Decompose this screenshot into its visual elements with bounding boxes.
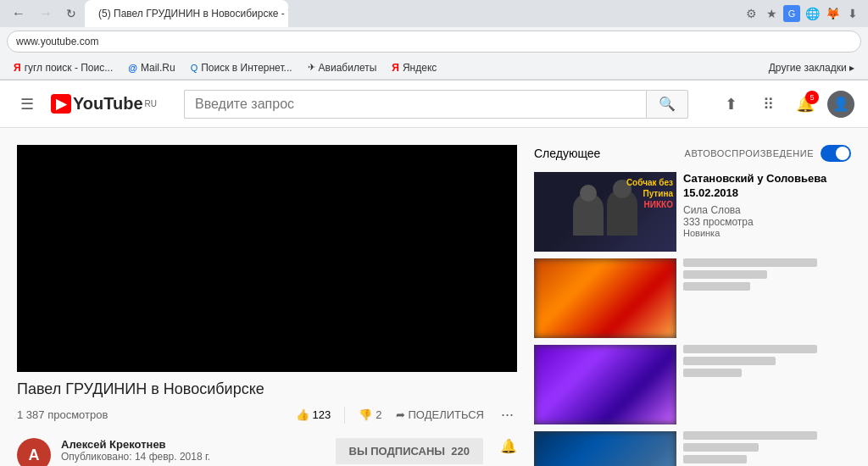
- video-section: Павел ГРУДИНИН в Новосибирске 1 387 прос…: [17, 145, 517, 466]
- published-date: Опубликовано: 14 февр. 2018 г.: [61, 451, 326, 463]
- mailru-favicon: @: [128, 63, 137, 73]
- avatar-icon: 👤: [832, 96, 849, 112]
- youtube-logo[interactable]: ▶ YouTube RU: [51, 94, 157, 114]
- back-button[interactable]: ←: [7, 3, 31, 25]
- other-bookmarks[interactable]: Другие закладки ▸: [762, 59, 861, 76]
- video-meta: 1 387 просмотров 👍 123 👎 2 ➦ ПОДЕЛИТЬСЯ …: [17, 405, 517, 424]
- video-title: Павел ГРУДИНИН в Новосибирске: [17, 380, 517, 398]
- bookmark-label: Mail.Ru: [141, 62, 175, 74]
- notifications-button[interactable]: 🔔 5: [790, 89, 821, 119]
- search-bar: 🔍: [184, 90, 688, 119]
- sidebar-channel: Сила Слова: [683, 204, 851, 216]
- sidebar-thumbnail: [534, 345, 676, 424]
- youtube-logo-icon: ▶: [51, 94, 71, 114]
- bookmark-yandex[interactable]: Я Яндекс: [385, 59, 443, 76]
- sidebar-thumbnail: [534, 258, 676, 338]
- list-item[interactable]: [534, 431, 851, 466]
- notification-badge: 5: [805, 91, 819, 104]
- subscribe-bell-icon[interactable]: 🔔: [500, 438, 517, 454]
- autoplay-toggle[interactable]: [821, 145, 851, 162]
- sidebar-thumbnail: Собчак без Путина НИККО: [534, 172, 676, 252]
- youtube-logo-ru: RU: [145, 99, 157, 108]
- subscribe-button[interactable]: ВЫ ПОДПИСАНЫ 220: [336, 438, 483, 464]
- video-player[interactable]: [17, 145, 517, 372]
- channel-avatar-letter: А: [29, 447, 40, 464]
- bookmark-yandex-search[interactable]: Я гугл поиск - Поис...: [7, 59, 120, 76]
- channel-avatar[interactable]: А: [17, 438, 51, 466]
- dislike-button[interactable]: 👎 2: [359, 405, 381, 424]
- thumbs-up-icon: 👍: [296, 408, 309, 421]
- browser-bookmark-icon[interactable]: ★: [763, 5, 780, 22]
- more-options-button[interactable]: ···: [498, 406, 517, 424]
- share-button[interactable]: ➦ ПОДЕЛИТЬСЯ: [396, 405, 484, 424]
- yandex2-favicon: Я: [392, 62, 399, 74]
- autoplay-label: АВТОВОСПРОИЗВЕДЕНИЕ: [685, 148, 814, 158]
- bookmark-aviabilety[interactable]: ✈ Авиабилеты: [301, 59, 384, 76]
- omnibox[interactable]: www.youtube.com: [7, 31, 861, 53]
- action-separator: [344, 407, 345, 424]
- thumbs-down-icon: 👎: [359, 408, 372, 421]
- sidebar-video-info: [683, 431, 851, 466]
- tab-bar: ← → ↻ (5) Павел ГРУДИНИН в Новосибирске …: [0, 0, 868, 27]
- browser-ext-icon2[interactable]: 🦊: [824, 5, 841, 22]
- sidebar-header: Следующее АВТОВОСПРОИЗВЕДЕНИЕ: [534, 145, 851, 162]
- dislike-count: 2: [376, 408, 381, 421]
- tab-title: (5) Павел ГРУДИНИН в Новосибирске - YouT…: [98, 8, 288, 19]
- list-item[interactable]: [534, 345, 851, 424]
- thumb-overlay: Собчак без Путина НИККО: [534, 172, 676, 252]
- bookmark-label: гугл поиск - Поис...: [25, 62, 114, 74]
- sidebar-views: 333 просмотра: [683, 216, 851, 228]
- upload-button[interactable]: ⬆: [715, 89, 746, 119]
- bookmark-label: Поиск в Интернет...: [201, 62, 292, 74]
- toggle-knob: [836, 147, 849, 160]
- youtube-logo-text: YouTube: [73, 94, 143, 114]
- sidebar-next-label: Следующее: [534, 147, 600, 160]
- sidebar-video-title: Сатановский у Соловьева 15.02.2018: [683, 172, 851, 201]
- browser-chrome: ← → ↻ (5) Павел ГРУДИНИН в Новосибирске …: [0, 0, 868, 80]
- active-tab[interactable]: (5) Павел ГРУДИНИН в Новосибирске - YouT…: [85, 0, 288, 27]
- bookmark-poisk[interactable]: Q Поиск в Интернет...: [184, 59, 299, 76]
- browser-download-icon[interactable]: ⬇: [844, 5, 861, 22]
- yandex-favicon: Я: [14, 62, 21, 74]
- like-count: 123: [313, 408, 331, 421]
- poisk-favicon: Q: [191, 63, 198, 73]
- omnibox-url: www.youtube.com: [16, 36, 852, 47]
- view-count: 1 387 просмотров: [17, 408, 108, 421]
- channel-info: А Алексей Крекотнев Опубликовано: 14 фев…: [17, 438, 517, 466]
- avia-favicon: ✈: [308, 62, 315, 73]
- video-actions: 👍 123 👎 2 ➦ ПОДЕЛИТЬСЯ ···: [296, 405, 517, 424]
- channel-name[interactable]: Алексей Крекотнев: [61, 438, 326, 451]
- bookmark-mail-ru[interactable]: @ Mail.Ru: [121, 59, 181, 76]
- search-button[interactable]: 🔍: [646, 90, 688, 119]
- bookmark-label: Яндекс: [403, 62, 437, 74]
- search-input[interactable]: [184, 90, 646, 119]
- autoplay-section: АВТОВОСПРОИЗВЕДЕНИЕ: [685, 145, 851, 162]
- sidebar-thumbnail: [534, 431, 676, 466]
- channel-details: Алексей Крекотнев Опубликовано: 14 февр.…: [61, 438, 326, 463]
- user-avatar[interactable]: 👤: [827, 91, 854, 118]
- bookmark-label: Авиабилеты: [319, 62, 377, 74]
- subscribe-label: ВЫ ПОДПИСАНЫ: [349, 445, 446, 458]
- upload-icon: ⬆: [725, 95, 737, 114]
- forward-button[interactable]: →: [34, 3, 58, 25]
- main-content: Павел ГРУДИНИН в Новосибирске 1 387 прос…: [0, 128, 868, 466]
- reload-button[interactable]: ↻: [61, 3, 81, 24]
- bookmarks-bar: Я гугл поиск - Поис... @ Mail.Ru Q Поиск…: [0, 56, 868, 80]
- sidebar-video-info: [683, 345, 851, 424]
- apps-icon: ⠿: [763, 95, 774, 114]
- share-label: ПОДЕЛИТЬСЯ: [409, 408, 484, 421]
- browser-ext-icon1[interactable]: 🌐: [804, 5, 821, 22]
- apps-button[interactable]: ⠿: [753, 89, 783, 119]
- list-item[interactable]: [534, 258, 851, 338]
- browser-translate-icon[interactable]: G: [783, 5, 800, 22]
- list-item[interactable]: Собчак без Путина НИККО Сатановский у Со…: [534, 172, 851, 252]
- sidebar-video-info: Сатановский у Соловьева 15.02.2018 Сила …: [683, 172, 851, 252]
- browser-settings-icon[interactable]: ⚙: [743, 5, 760, 22]
- sidebar-video-info: [683, 258, 851, 338]
- sidebar: Следующее АВТОВОСПРОИЗВЕДЕНИЕ: [534, 145, 851, 466]
- browser-toolbar-icons: ⚙ ★ G 🌐 🦊 ⬇: [743, 5, 861, 22]
- hamburger-menu[interactable]: ☰: [14, 88, 41, 120]
- like-button[interactable]: 👍 123: [296, 405, 331, 424]
- sidebar-badge: Новинка: [683, 228, 851, 238]
- sub-count: 220: [451, 445, 470, 458]
